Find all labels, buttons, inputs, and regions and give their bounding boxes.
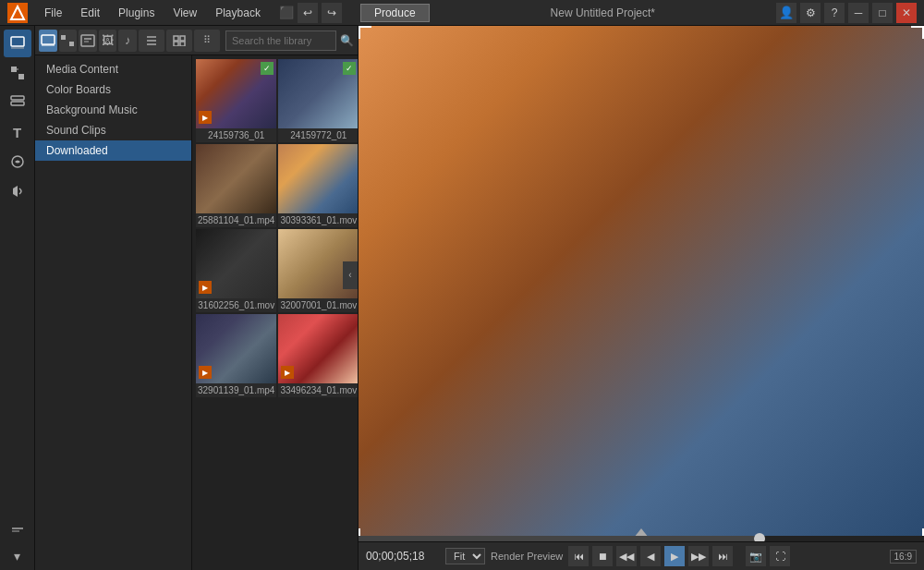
thumb-label-4: 30393361_01.mov (278, 213, 358, 227)
svg-rect-16 (81, 35, 94, 46)
menu-file[interactable]: File (37, 5, 69, 21)
sidebar-audio-icon[interactable] (4, 177, 31, 205)
media-thumb-2[interactable]: ✓ 24159772_01 (278, 59, 358, 142)
search-area: 🔍 (225, 30, 354, 51)
sidebar-text-icon[interactable]: T (4, 118, 31, 146)
minimize-button[interactable]: ─ (848, 3, 869, 23)
menu-plugins[interactable]: Plugins (111, 5, 162, 21)
forward-button[interactable]: ▶▶ (688, 546, 709, 566)
snapshot-button[interactable]: 📷 (746, 546, 766, 566)
view-buttons: ⠿ (139, 30, 220, 52)
tab-titles[interactable] (79, 30, 97, 52)
main-area: T ▾ 🖼 ♪ (0, 26, 924, 570)
produce-button[interactable]: Produce (360, 4, 430, 22)
thumb-check-2: ✓ (343, 62, 356, 75)
thumb-badge-5: ▶ (199, 281, 212, 294)
thumb-label-8: 33496234_01.mov (278, 383, 358, 397)
svg-rect-12 (42, 35, 55, 44)
timecode-display: 00;00;05;18 (366, 550, 440, 563)
sidebar-transitions-icon[interactable] (4, 59, 31, 87)
thumb-badge-8: ▶ (281, 366, 294, 379)
svg-rect-23 (180, 36, 185, 41)
svg-rect-7 (11, 96, 24, 100)
media-tree: Media Content Color Boards Background Mu… (35, 55, 192, 570)
menu-playback[interactable]: Playback (208, 5, 268, 21)
menu-bar: File Edit Plugins View Playback ⬛ ↩ ↪ Pr… (0, 0, 924, 26)
play-button[interactable]: ▶ (664, 546, 685, 566)
media-tabs-bar: 🖼 ♪ ⠿ 🔍 (35, 26, 358, 55)
tab-transitions[interactable] (59, 30, 78, 52)
stop-button[interactable]: ⏹ (592, 546, 613, 566)
search-icon: 🔍 (340, 34, 354, 47)
undo-button[interactable]: ↩ (298, 3, 318, 23)
thumb-badge-7: ▶ (199, 366, 212, 379)
svg-rect-8 (11, 102, 24, 105)
menu-view[interactable]: View (165, 5, 204, 21)
menu-edit[interactable]: Edit (73, 5, 107, 21)
fullscreen-button[interactable]: ⛶ (770, 546, 790, 566)
tab-media[interactable] (39, 30, 57, 52)
tree-item-downloaded[interactable]: Downloaded (35, 140, 191, 161)
thumb-label-1: 24159736_01 (196, 128, 276, 142)
maximize-button[interactable]: □ (872, 3, 893, 23)
sidebar-media-icon[interactable] (4, 30, 31, 57)
redo-button[interactable]: ↪ (322, 3, 342, 23)
thumb-label-7: 32901139_01.mp4 (196, 383, 276, 397)
media-thumb-5[interactable]: ▶ 31602256_01.mov (196, 229, 276, 312)
fit-dropdown[interactable]: Fit (445, 548, 485, 564)
thumb-label-5: 31602256_01.mov (196, 298, 276, 312)
tree-item-background-music[interactable]: Background Music (35, 100, 191, 120)
media-grid: ✓ ▶ 24159736_01 ✓ 24159772_01 25881104_0… (192, 55, 358, 401)
svg-rect-14 (61, 35, 66, 40)
thumb-label-3: 25881104_01.mp4 (196, 213, 276, 227)
skip-end-button[interactable]: ⏭ (712, 546, 733, 566)
thumb-badge-1: ▶ (199, 111, 212, 124)
settings-icon[interactable]: ⚙ (800, 3, 821, 23)
overlay-corner-tr (911, 26, 924, 39)
app-logo (7, 3, 28, 23)
undo-icon: ⬛ (279, 6, 294, 19)
account-icon[interactable]: 👤 (776, 3, 796, 23)
sidebar-subtitles-icon[interactable] (4, 513, 31, 540)
sidebar-collapse-icon[interactable]: ▾ (4, 542, 31, 570)
grid-view-btn[interactable] (166, 30, 192, 52)
panel-collapse-btn[interactable]: ‹ (343, 261, 358, 289)
media-thumb-4[interactable]: 30393361_01.mov (278, 144, 358, 227)
media-thumb-7[interactable]: ▶ 32901139_01.mp4 (196, 314, 276, 397)
rewind-button[interactable]: ◀ (640, 546, 661, 566)
sidebar-filters-icon[interactable] (4, 148, 31, 176)
rewind-fast-button[interactable]: ◀◀ (616, 546, 637, 566)
tree-item-media-content[interactable]: Media Content (35, 59, 191, 79)
search-input[interactable] (225, 30, 336, 51)
preview-panel: 00;00;05;18 Fit Render Preview ⏮ ⏹ ◀◀ ◀ … (359, 26, 924, 570)
preview-video (359, 26, 924, 541)
media-thumb-8[interactable]: ▶ 33496234_01.mov (278, 314, 358, 397)
media-content-area: Media Content Color Boards Background Mu… (35, 55, 358, 570)
tab-audio[interactable]: ♪ (118, 30, 137, 52)
preview-controls: 00;00;05;18 Fit Render Preview ⏮ ⏹ ◀◀ ◀ … (359, 541, 924, 570)
tab-photos[interactable]: 🖼 (99, 30, 117, 52)
tree-item-color-boards[interactable]: Color Boards (35, 79, 191, 100)
media-grid-area: ✓ ▶ 24159736_01 ✓ 24159772_01 25881104_0… (192, 55, 358, 570)
close-button[interactable]: ✕ (896, 3, 917, 23)
media-panel: 🖼 ♪ ⠿ 🔍 Media Content Color Boards (35, 26, 359, 570)
project-title: New Untitled Project* (433, 6, 772, 19)
thumb-check-1: ✓ (261, 62, 274, 75)
svg-rect-2 (11, 37, 24, 46)
tree-item-sound-clips[interactable]: Sound Clips (35, 120, 191, 140)
aspect-ratio-badge: 16:9 (890, 550, 917, 564)
media-thumb-1[interactable]: ✓ ▶ 24159736_01 (196, 59, 276, 142)
sidebar-effects-icon[interactable] (4, 89, 31, 116)
thumb-label-2: 24159772_01 (278, 128, 358, 142)
undo-redo-area: ⬛ ↩ ↪ (279, 3, 342, 23)
thumb-label-6: 32007001_01.mov (278, 298, 358, 312)
svg-rect-4 (11, 67, 17, 72)
media-thumb-3[interactable]: 25881104_01.mp4 (196, 144, 276, 227)
tiles-view-btn[interactable]: ⠿ (194, 30, 220, 52)
help-icon[interactable]: ? (824, 3, 845, 23)
left-sidebar: T ▾ (0, 26, 35, 570)
list-view-btn[interactable] (139, 30, 164, 52)
skip-start-button[interactable]: ⏮ (568, 546, 589, 566)
render-preview-label: Render Preview (491, 551, 563, 562)
svg-rect-22 (174, 36, 178, 41)
